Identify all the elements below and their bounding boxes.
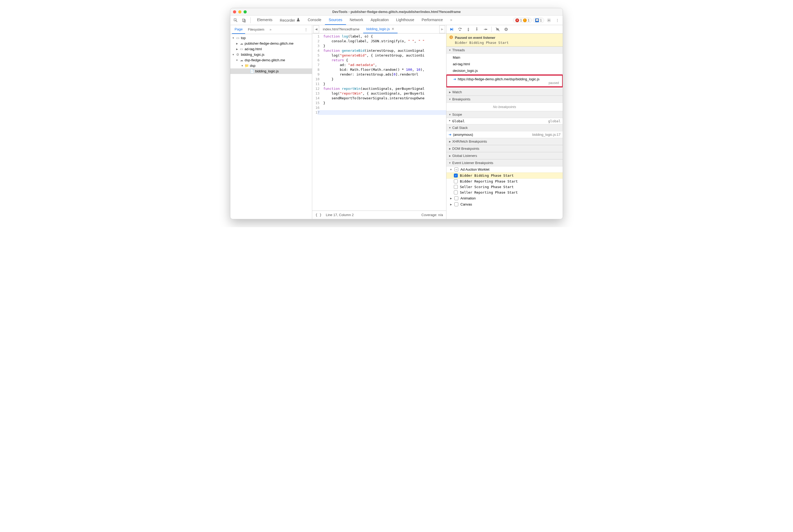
svg-rect-13: [451, 37, 451, 38]
navigator-menu-icon[interactable]: ⋮: [302, 25, 310, 34]
tree-dsp-origin[interactable]: ▼☁ dsp-fledge-demo.glitch.me: [230, 57, 312, 63]
more-menu-icon[interactable]: ⋮: [554, 17, 561, 24]
coverage-status: Coverage: n/a: [421, 213, 443, 217]
global-listeners-header[interactable]: ▶Global Listeners: [447, 152, 563, 159]
svg-rect-10: [505, 28, 506, 30]
mixed-checkbox-icon[interactable]: −: [454, 168, 458, 171]
frame-icon: ▭: [235, 36, 240, 40]
tree-dsp-folder[interactable]: ▼📁 dsp: [230, 63, 312, 69]
deactivate-breakpoints-icon[interactable]: [494, 26, 501, 33]
tab-network[interactable]: Network: [346, 16, 367, 25]
thread-adtag[interactable]: ad-tag.html: [447, 61, 563, 68]
xhr-breakpoints-header[interactable]: ▶XHR/fetch Breakpoints: [447, 138, 563, 145]
svg-rect-1: [243, 19, 245, 21]
file-tree: ▼▭ top ▶☁ publisher-fledge-demo.glitch.m…: [230, 34, 312, 219]
current-frame-arrow-icon: ➔: [449, 133, 451, 137]
tab-lighthouse[interactable]: Lighthouse: [393, 16, 418, 25]
navigator-more-icon[interactable]: »: [267, 25, 274, 34]
elb-item[interactable]: Bidder Reporting Phase Start: [447, 178, 563, 184]
dom-breakpoints-header[interactable]: ▶DOM Breakpoints: [447, 145, 563, 152]
nav-back-icon[interactable]: ◀: [313, 25, 319, 33]
cursor-position: Line 17, Column 2: [326, 213, 354, 217]
checkbox-icon[interactable]: [454, 190, 458, 194]
callstack-header[interactable]: ▼Call Stack: [447, 124, 563, 131]
tab-application[interactable]: Application: [367, 16, 393, 25]
elb-item[interactable]: Seller Reporting Phase Start: [447, 190, 563, 195]
current-thread-url[interactable]: https://dsp-fledge-demo.glitch.me/dsp/bi…: [458, 77, 540, 81]
elb-group-ad-auction[interactable]: ▼ − Ad Auction Worklet: [447, 166, 563, 172]
tree-top[interactable]: ▼▭ top: [230, 35, 312, 41]
step-icon[interactable]: [482, 26, 489, 33]
navigator-tab-filesystem[interactable]: Filesystem: [245, 25, 267, 34]
file-tab-index-label: index.html?fencedframe: [323, 27, 360, 31]
cloud-icon: ☁: [239, 58, 244, 62]
elb-item[interactable]: ✓Bidder Bidding Phase Start: [447, 172, 563, 178]
elb-item-label: Bidder Reporting Phase Start: [460, 179, 518, 183]
info-icon: [449, 35, 453, 40]
pretty-print-icon[interactable]: { }: [316, 213, 321, 217]
step-into-icon[interactable]: [465, 26, 472, 33]
pause-banner: Paused on event listener Bidder Bidding …: [447, 34, 563, 46]
device-toggle-icon[interactable]: [240, 17, 248, 24]
thread-main[interactable]: Main: [447, 54, 563, 61]
elb-item[interactable]: Seller Scoring Phase Start: [447, 184, 563, 190]
tree-dsp-folder-label: dsp: [250, 64, 256, 68]
settings-icon[interactable]: [545, 17, 553, 24]
svg-point-7: [476, 28, 477, 28]
more-tabs-icon[interactable]: »: [447, 16, 456, 25]
code-editor[interactable]: 1234567891011121314151617 function log(l…: [312, 34, 446, 211]
cloud-icon: ☁: [239, 41, 244, 45]
tab-elements[interactable]: Elements: [253, 16, 276, 25]
checkbox-icon[interactable]: [454, 179, 458, 183]
thread-decision[interactable]: decision_logic.js: [447, 68, 563, 74]
elb-group-canvas[interactable]: ▶ Canvas: [447, 201, 563, 207]
warning-count: 1: [528, 18, 530, 22]
callstack-frame[interactable]: ➔ (anonymous) bidding_logic.js:17: [447, 131, 563, 138]
step-out-icon[interactable]: [473, 26, 480, 33]
folder-icon: 📁: [245, 64, 249, 68]
tab-console[interactable]: Console: [304, 16, 325, 25]
svg-point-8: [486, 29, 487, 30]
tree-bidding-file[interactable]: ▶📄 bidding_logic.js: [230, 69, 312, 74]
resume-icon[interactable]: [448, 26, 455, 33]
main-area: Page Filesystem » ⋮ ▼▭ top ▶☁ publisher-…: [230, 25, 563, 219]
tree-origin-publisher[interactable]: ▶☁ publisher-fledge-demo.glitch.me: [230, 41, 312, 46]
titlebar: DevTools - publisher-fledge-demo.glitch.…: [230, 8, 563, 16]
threads-header[interactable]: ▼Threads: [447, 46, 563, 54]
messages-badge[interactable]: 💬 1: [533, 18, 544, 23]
event-listener-breakpoints-header[interactable]: ▼Event Listener Breakpoints: [447, 159, 563, 166]
tab-sources[interactable]: Sources: [325, 16, 346, 25]
tree-bidding-worklet[interactable]: ▼⚙ bidding_logic.js: [230, 52, 312, 57]
nav-fwd-icon[interactable]: ▶: [439, 25, 445, 33]
pause-detail: Bidder Bidding Phase Start: [449, 41, 560, 45]
file-tab-bidding-label: bidding_logic.js: [366, 27, 390, 31]
file-icon: 📄: [250, 69, 254, 73]
checkbox-icon[interactable]: [454, 202, 458, 206]
step-over-icon[interactable]: [456, 26, 463, 33]
checkbox-icon[interactable]: ✓: [454, 174, 458, 177]
checkbox-icon[interactable]: [454, 185, 458, 189]
tab-recorder[interactable]: Recorder: [276, 16, 304, 25]
close-tab-icon[interactable]: ✕: [392, 27, 394, 31]
pause-exceptions-icon[interactable]: [503, 26, 510, 33]
debugger-panel: Paused on event listener Bidder Bidding …: [447, 25, 563, 219]
scope-global[interactable]: ▶ Global global: [447, 118, 563, 124]
file-tab-bidding[interactable]: bidding_logic.js ✕: [363, 25, 398, 33]
editor-statusbar: { } Line 17, Column 2 Coverage: n/a: [312, 211, 446, 219]
tree-adtag[interactable]: ▶▭ ad-tag.html: [230, 46, 312, 52]
gear-icon: ⚙: [235, 53, 240, 57]
errors-badge[interactable]: ✕ 1 ! 1: [513, 18, 532, 23]
svg-rect-11: [506, 28, 507, 30]
main-tabs: Elements Recorder Console Sources Networ…: [253, 16, 456, 25]
inspect-icon[interactable]: [232, 17, 239, 24]
navigator-tab-page[interactable]: Page: [232, 25, 245, 34]
elb-group-animation[interactable]: ▶ Animation: [447, 195, 563, 201]
breakpoints-header[interactable]: ▼Breakpoints: [447, 96, 563, 103]
current-thread-highlight: ➔ https://dsp-fledge-demo.glitch.me/dsp/…: [447, 75, 563, 88]
scope-header[interactable]: ▼Scope: [447, 111, 563, 118]
elb-item-label: Seller Scoring Phase Start: [460, 185, 514, 189]
tab-performance[interactable]: Performance: [418, 16, 447, 25]
file-tab-index[interactable]: index.html?fencedframe: [320, 25, 363, 33]
watch-header[interactable]: ▶Watch: [447, 89, 563, 96]
checkbox-icon[interactable]: [454, 196, 458, 200]
